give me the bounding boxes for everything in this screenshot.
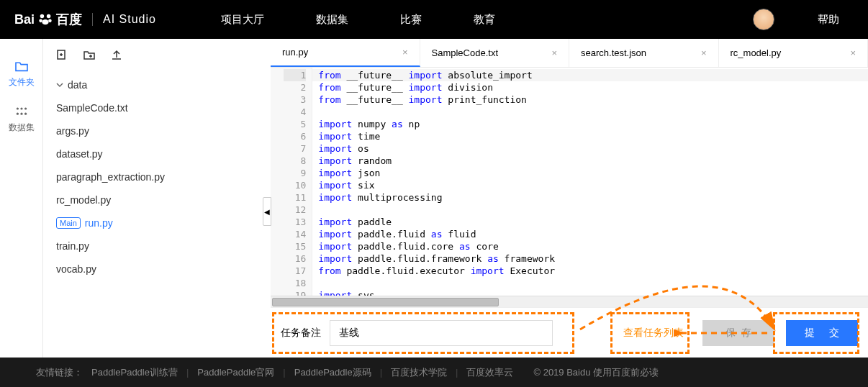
footer-label: 友情链接： [36,366,83,379]
collapse-handle[interactable]: ◀ [263,197,271,226]
svg-point-2 [39,19,42,23]
file-toolbar [43,39,271,70]
tab-run[interactable]: run.py× [271,39,420,67]
new-folder-icon[interactable] [83,49,95,60]
svg-point-1 [47,14,51,19]
tree-item-rcmodel[interactable]: rc_model.py [53,188,261,211]
main-badge: Main [56,217,81,229]
svg-point-7 [24,107,27,109]
svg-point-0 [40,14,45,19]
new-file-icon[interactable] [56,49,68,60]
code-editor[interactable]: 12345678910111213141516171819▸ 202122232… [271,68,868,296]
footer: 友情链接： PaddlePaddle训练营| PaddlePaddle官网| P… [0,358,868,387]
svg-point-3 [48,19,52,23]
tree-item-run[interactable]: Main run.py [53,211,261,235]
grid-icon [14,106,29,117]
folder-name: data [68,79,87,91]
help-link[interactable]: 帮助 [818,13,839,27]
nav-education[interactable]: 教育 [474,13,495,27]
baidu-logo[interactable]: Bai 百度 [14,11,82,28]
svg-point-4 [42,19,48,24]
editor-area: run.py× SampleCode.txt× search.test.json… [271,39,868,358]
rail-dataset-label: 数据集 [9,122,35,134]
left-rail: 文件夹 数据集 [0,39,43,358]
top-header: Bai 百度 AI Studio 项目大厅 数据集 比赛 教育 帮助 [0,0,868,39]
logo-area: Bai 百度 AI Studio [14,11,156,28]
avatar[interactable] [753,9,774,30]
line-gutter: 12345678910111213141516171819▸ 202122232… [271,68,312,296]
folder-icon [14,60,29,72]
code-body[interactable]: from __future__ import absolute_importfr… [312,68,868,296]
logo-divider [92,13,93,26]
rail-files-label: 文件夹 [9,76,35,88]
scroll-thumb[interactable] [272,298,499,306]
tree-item-samplecode[interactable]: SampleCode.txt [53,96,261,119]
close-icon[interactable]: × [850,47,856,58]
tree-item-args[interactable]: args.py [53,119,261,142]
horizontal-scrollbar[interactable] [271,296,868,307]
tree-item-train[interactable]: train.py [53,235,261,258]
main-nav: 项目大厅 数据集 比赛 教育 [221,13,495,27]
rail-files[interactable]: 文件夹 [0,52,42,97]
editor-tabs: run.py× SampleCode.txt× search.test.json… [271,39,868,68]
remark-input[interactable] [330,320,553,346]
svg-point-5 [16,107,18,109]
logo-text-cn: 百度 [56,11,82,28]
file-tree: data SampleCode.txt args.py dataset.py p… [43,70,271,283]
tab-rcmodel[interactable]: rc_model.py× [719,39,869,67]
tab-search[interactable]: search.test.json× [569,39,719,67]
chevron-down-icon [56,81,63,88]
nav-datasets[interactable]: 数据集 [316,13,348,27]
remark-label: 任务备注 [281,327,321,340]
nav-projects[interactable]: 项目大厅 [221,13,264,27]
svg-point-8 [16,113,18,115]
close-icon[interactable]: × [551,47,557,58]
svg-point-6 [20,107,22,109]
svg-point-10 [24,113,27,115]
tree-item-paragraph[interactable]: paragraph_extraction.py [53,165,261,188]
brand-text: AI Studio [103,13,156,26]
rail-dataset[interactable]: 数据集 [0,97,42,142]
nav-competitions[interactable]: 比赛 [400,13,422,27]
file-panel: data SampleCode.txt args.py dataset.py p… [43,39,271,358]
footer-link-tech[interactable]: 百度技术学院 [391,366,447,379]
footer-link-training[interactable]: PaddlePaddle训练营 [91,366,178,379]
tab-samplecode[interactable]: SampleCode.txt× [420,39,570,67]
submit-button[interactable]: 提 交 [786,320,858,346]
footer-link-source[interactable]: PaddlePaddle源码 [294,366,371,379]
header-right: 帮助 [753,9,854,30]
close-icon[interactable]: × [402,47,408,58]
tree-item-dataset[interactable]: dataset.py [53,142,261,165]
bottom-bar: 任务备注 查看任务列表 保存 提 交 [271,307,868,358]
footer-link-cloud[interactable]: 百度效率云 [466,366,513,379]
upload-icon[interactable] [111,49,122,60]
save-button[interactable]: 保存 [702,320,774,346]
tree-item-vocab[interactable]: vocab.py [53,258,261,281]
svg-point-9 [20,113,22,115]
footer-link-official[interactable]: PaddlePaddle官网 [197,366,274,379]
paw-icon [37,12,53,27]
close-icon[interactable]: × [701,47,707,58]
main-area: 文件夹 数据集 data SampleCode.txt args.py data… [0,39,868,358]
footer-copyright: © 2019 Baidu 使用百度前必读 [533,366,659,379]
tree-folder-data[interactable]: data [53,73,261,96]
logo-text-bai: Bai [14,12,35,27]
view-tasks-link[interactable]: 查看任务列表 [623,327,684,340]
